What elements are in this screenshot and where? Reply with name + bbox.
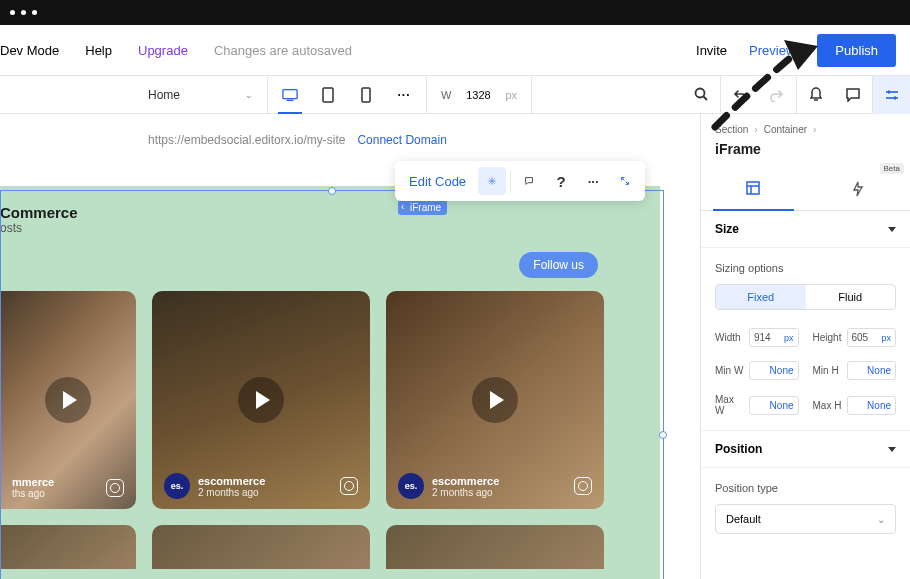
editor-toolbar: Home ⌄ ··· W px	[0, 76, 910, 114]
beta-badge: Beta	[880, 163, 904, 174]
position-type-select[interactable]: Default ⌄	[715, 504, 896, 534]
element-label-tag[interactable]: iFrame	[398, 200, 447, 215]
more-devices-button[interactable]: ···	[396, 85, 412, 105]
preview-link[interactable]: Preview	[749, 43, 795, 58]
svg-rect-3	[362, 88, 370, 102]
width-unit: px	[505, 89, 517, 101]
minw-label: Min W	[715, 365, 745, 376]
window-title-bar	[0, 0, 910, 25]
canvas-width-input[interactable]	[459, 89, 497, 101]
selection-outline	[0, 190, 664, 579]
desktop-device-button[interactable]	[282, 85, 298, 105]
svg-rect-2	[323, 88, 333, 102]
expand-icon-button[interactable]	[611, 167, 639, 195]
chevron-down-icon: ⌄	[245, 90, 253, 100]
sizing-options-label: Sizing options	[715, 262, 896, 274]
more-icon-button[interactable]: ···	[579, 167, 607, 195]
search-icon-button[interactable]	[682, 76, 720, 114]
size-section-header[interactable]: Size	[701, 211, 910, 248]
chevron-right-icon: ›	[754, 124, 757, 135]
svg-rect-0	[283, 89, 297, 98]
maxw-label: Max W	[715, 394, 745, 416]
inspector-panel: Section › Container › iFrame Beta Size S…	[700, 114, 910, 579]
position-type-label: Position type	[715, 482, 896, 494]
inspector-panel-toggle[interactable]	[872, 76, 910, 114]
comments-icon-button[interactable]	[834, 76, 872, 114]
fixed-sizing-button[interactable]: Fixed	[716, 285, 806, 309]
devmode-link[interactable]: Dev Mode	[0, 43, 59, 58]
mobile-device-button[interactable]	[358, 85, 374, 105]
connect-domain-link[interactable]: Connect Domain	[357, 133, 446, 147]
design-tab[interactable]	[701, 171, 806, 210]
svg-point-11	[491, 180, 493, 182]
upgrade-link[interactable]: Upgrade	[138, 43, 188, 58]
chevron-down-icon: ⌄	[877, 514, 885, 525]
svg-rect-12	[747, 182, 759, 194]
panel-title: iFrame	[701, 139, 910, 171]
minh-input[interactable]: None	[847, 361, 897, 380]
canvas-area[interactable]: Commerce osts Follow us mmerceths ago es…	[0, 166, 700, 579]
top-bar: Dev Mode Help Upgrade Changes are autosa…	[0, 25, 910, 76]
traffic-light-icon[interactable]	[32, 10, 37, 15]
redo-button[interactable]	[758, 76, 796, 114]
position-heading: Position	[715, 442, 762, 456]
width-input[interactable]: 914px	[749, 328, 799, 347]
undo-button[interactable]	[720, 76, 758, 114]
chevron-right-icon: ›	[813, 124, 816, 135]
svg-line-5	[703, 97, 707, 101]
minh-label: Min H	[813, 365, 843, 376]
height-input[interactable]: 605px	[847, 328, 897, 347]
breadcrumb-container[interactable]: Container	[764, 124, 807, 135]
current-page-label: Home	[148, 88, 180, 102]
interactions-tab[interactable]: Beta	[806, 171, 911, 210]
caret-down-icon	[888, 447, 896, 452]
tablet-device-button[interactable]	[320, 85, 336, 105]
height-label: Height	[813, 332, 843, 343]
element-context-toolbar: Edit Code ? ···	[395, 161, 645, 201]
svg-rect-9	[888, 90, 890, 93]
page-selector[interactable]: Home ⌄	[134, 76, 268, 113]
invite-link[interactable]: Invite	[696, 43, 727, 58]
autosave-status: Changes are autosaved	[214, 43, 352, 58]
width-label: Width	[715, 332, 745, 343]
help-icon-button[interactable]: ?	[547, 167, 575, 195]
resize-handle[interactable]	[659, 431, 667, 439]
caret-down-icon	[888, 227, 896, 232]
maxh-input[interactable]: None	[847, 396, 897, 415]
notifications-icon-button[interactable]	[796, 76, 834, 114]
maxw-input[interactable]: None	[749, 396, 799, 415]
settings-gear-icon[interactable]	[478, 167, 506, 195]
maxh-label: Max H	[813, 400, 843, 411]
breadcrumb: Section › Container ›	[701, 114, 910, 139]
sizing-segment: Fixed Fluid	[715, 284, 896, 310]
size-heading: Size	[715, 222, 739, 236]
width-label: W	[441, 89, 451, 101]
publish-button[interactable]: Publish	[817, 34, 896, 67]
edit-code-button[interactable]: Edit Code	[401, 168, 474, 195]
position-section-header[interactable]: Position	[701, 430, 910, 468]
svg-point-4	[695, 89, 704, 98]
traffic-light-icon[interactable]	[21, 10, 26, 15]
resize-handle[interactable]	[328, 187, 336, 195]
fluid-sizing-button[interactable]: Fluid	[806, 285, 896, 309]
help-link[interactable]: Help	[85, 43, 112, 58]
minw-input[interactable]: None	[749, 361, 799, 380]
position-type-value: Default	[726, 513, 761, 525]
svg-rect-10	[894, 96, 896, 99]
breadcrumb-section[interactable]: Section	[715, 124, 748, 135]
site-url: https://embedsocial.editorx.io/my-site	[148, 133, 345, 147]
traffic-light-icon[interactable]	[10, 10, 15, 15]
comment-icon-button[interactable]	[515, 167, 543, 195]
